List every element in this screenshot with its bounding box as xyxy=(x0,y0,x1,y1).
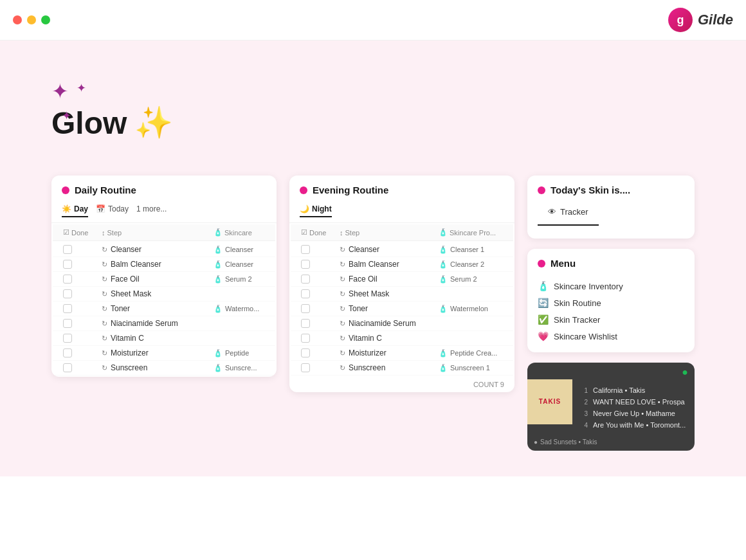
track-number: 4 xyxy=(579,422,588,429)
tab-today[interactable]: 📅 Today xyxy=(96,204,129,217)
menu-item[interactable]: 🔄 Skin Routine xyxy=(538,294,684,311)
evening-routine-tabs: 🌙 Night xyxy=(289,202,514,223)
checkbox[interactable] xyxy=(301,289,310,298)
step-label: Vitamin C xyxy=(111,334,144,343)
refresh-icon: ↻ xyxy=(340,290,345,298)
refresh-icon: ↻ xyxy=(340,305,345,313)
menu-item[interactable]: 💗 Skincare Wishlist xyxy=(538,328,684,345)
skincare-cell: 🧴Serum 2 xyxy=(214,275,265,284)
done-checkbox[interactable] xyxy=(301,334,340,343)
table-row: ↻ Sheet Mask xyxy=(53,287,275,302)
done-checkbox[interactable] xyxy=(301,245,340,254)
checkbox[interactable] xyxy=(63,363,72,372)
table-row: ↻ Face Oil 🧴Serum 2 xyxy=(291,272,513,287)
track-info: Never Give Up • Mathame xyxy=(593,410,688,417)
menu-item-icon: ✅ xyxy=(538,314,549,325)
checkbox[interactable] xyxy=(301,334,310,343)
step-label: Moisturizer xyxy=(349,348,387,357)
tab-night[interactable]: 🌙 Night xyxy=(300,204,332,217)
menu-item[interactable]: ✅ Skin Tracker xyxy=(538,311,684,328)
refresh-icon: ↻ xyxy=(102,246,107,254)
checkbox[interactable] xyxy=(301,245,310,254)
track-row: 4 Are You with Me • Toromont... xyxy=(579,419,688,431)
done-checkbox[interactable] xyxy=(301,348,340,357)
refresh-icon: ↻ xyxy=(102,334,107,343)
checkbox[interactable] xyxy=(301,275,310,284)
checkbox[interactable] xyxy=(63,289,72,298)
count-label: COUNT 9 xyxy=(289,377,514,392)
daily-routine-title: Daily Routine xyxy=(75,185,136,195)
bottle-icon: 🧴 xyxy=(214,349,223,357)
done-checkbox[interactable] xyxy=(301,260,340,269)
checkbox[interactable] xyxy=(301,260,310,269)
todays-skin-header: Today's Skin is.... xyxy=(527,176,695,202)
todays-skin-card: Today's Skin is.... 👁 Tracker xyxy=(527,176,695,239)
track-info: WANT NEED LOVE • Prospa xyxy=(593,398,688,406)
evening-col-done: ☑ Done xyxy=(301,228,340,237)
checkbox[interactable] xyxy=(63,260,72,269)
checkbox[interactable] xyxy=(63,319,72,328)
skincare-cell: 🧴Cleanser xyxy=(214,246,265,254)
checkbox[interactable] xyxy=(63,304,72,313)
checkbox[interactable] xyxy=(301,319,310,328)
tracker-tab[interactable]: 👁 Tracker xyxy=(538,202,599,226)
done-checkbox[interactable] xyxy=(63,319,102,328)
checkbox[interactable] xyxy=(301,363,310,372)
step-label: Sheet Mask xyxy=(349,289,389,298)
checkbox[interactable] xyxy=(63,348,72,357)
sparkle-big-icon: ✦ xyxy=(51,80,69,103)
step-cell: ↻ Sunscreen xyxy=(102,363,214,372)
menu-item[interactable]: 🧴 Skincare Inventory xyxy=(538,278,684,294)
close-button[interactable] xyxy=(13,15,22,24)
done-checkbox[interactable] xyxy=(301,363,340,372)
table-row: ↻ Sheet Mask xyxy=(291,287,513,302)
checkbox[interactable] xyxy=(63,275,72,284)
skincare-label: Peptide Crea... xyxy=(450,349,497,357)
track-number: 1 xyxy=(579,387,588,394)
tab-day[interactable]: ☀️ Day xyxy=(62,204,88,217)
done-checkbox[interactable] xyxy=(301,319,340,328)
bottle-icon: 🧴 xyxy=(439,305,448,313)
done-checkbox[interactable] xyxy=(63,363,102,372)
done-checkbox[interactable] xyxy=(63,275,102,284)
done-checkbox[interactable] xyxy=(301,289,340,298)
bottle-icon: 🧴 xyxy=(439,364,448,372)
checkbox[interactable] xyxy=(63,245,72,254)
checkbox[interactable] xyxy=(301,304,310,313)
done-checkbox[interactable] xyxy=(63,289,102,298)
eye-icon: 👁 xyxy=(548,207,556,217)
bottle-icon: 🧴 xyxy=(439,275,448,284)
step-cell: ↻ Balm Cleanser xyxy=(102,260,214,269)
done-checkbox[interactable] xyxy=(63,304,102,313)
done-checkbox[interactable] xyxy=(301,275,340,284)
track-info: California • Takis xyxy=(593,386,688,394)
done-checkbox[interactable] xyxy=(63,245,102,254)
done-checkbox[interactable] xyxy=(63,334,102,343)
skincare-cell: 🧴Peptide xyxy=(214,349,265,357)
done-checkbox[interactable] xyxy=(301,304,340,313)
checkbox[interactable] xyxy=(301,348,310,357)
refresh-icon: ↻ xyxy=(340,275,345,284)
sparkle-small-icon2: ✦ xyxy=(62,109,71,122)
checkbox[interactable] xyxy=(63,334,72,343)
done-checkbox[interactable] xyxy=(63,348,102,357)
done-checkbox[interactable] xyxy=(63,260,102,269)
window-controls xyxy=(13,15,50,24)
page-title: Glow ✨ xyxy=(51,105,695,141)
tab-more[interactable]: 1 more... xyxy=(136,204,167,217)
minimize-button[interactable] xyxy=(27,15,36,24)
table-row: ↻ Toner 🧴Watermelon xyxy=(291,302,513,316)
bottle-icon: 🧴 xyxy=(214,305,223,313)
skincare-label: Sunscreen 1 xyxy=(450,364,490,372)
col-skincare: 🧴 Skincare xyxy=(214,228,265,237)
step-label: Niacinamide Serum xyxy=(349,319,416,328)
music-content: TAKIS 1 California • Takis 2 WANT NEED L… xyxy=(527,379,695,436)
step-label: Face Oil xyxy=(349,275,378,284)
col-done: ☑ Done xyxy=(63,228,102,237)
spotify-icon: ● xyxy=(682,366,688,378)
skincare-label: Cleanser 1 xyxy=(450,246,484,253)
step-label: Balm Cleanser xyxy=(111,260,161,269)
bottle-icon: 🧴 xyxy=(214,364,223,372)
maximize-button[interactable] xyxy=(41,15,50,24)
refresh-icon: ↻ xyxy=(340,364,345,372)
